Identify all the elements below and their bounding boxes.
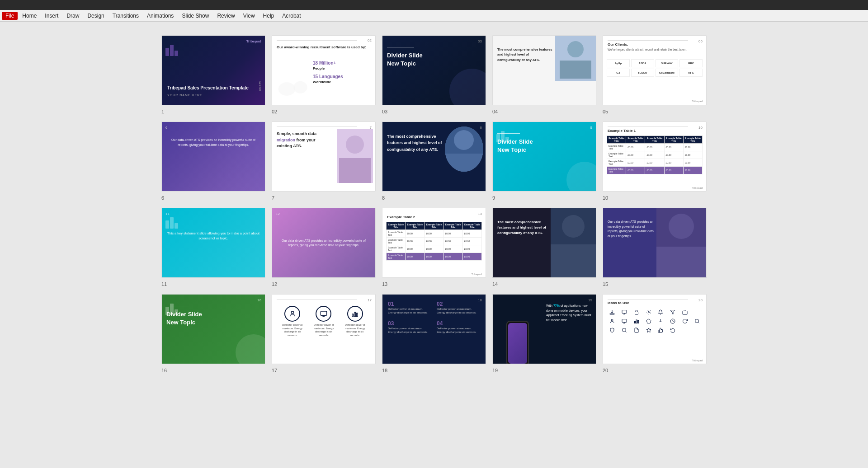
slide-13-title: Example Table 2 — [387, 215, 415, 219]
svg-rect-4 — [560, 61, 591, 79]
feature-2: 02 Deflector power at maximum. Energy di… — [435, 299, 482, 317]
slide-6-overlay — [211, 122, 265, 191]
svg-point-17 — [291, 311, 293, 314]
svg-rect-18 — [321, 311, 326, 315]
slide-17[interactable]: 17 Deflector power at maximum. Energy di… — [272, 294, 376, 364]
icon-diamond — [643, 317, 654, 325]
slide-2-stat2-label: Worldwide — [313, 80, 331, 84]
menu-insert[interactable]: Insert — [41, 12, 62, 20]
svg-point-43 — [623, 328, 626, 332]
svg-point-9 — [454, 130, 474, 150]
slide-2[interactable]: 02 Our award-winning recruitment softwar… — [272, 35, 376, 105]
slide-17-num: 17 — [272, 368, 277, 373]
slide-13[interactable]: 13 Example Table 2 Example Table Title E… — [382, 208, 486, 278]
menu-file[interactable]: File — [2, 12, 18, 20]
svg-marker-39 — [646, 319, 651, 323]
svg-point-3 — [567, 41, 584, 57]
icon-empty-1 — [691, 308, 703, 316]
logo-bbc: BBC — [679, 59, 703, 67]
icon-search-2 — [619, 326, 630, 334]
slide-9-num: 9 — [492, 195, 495, 201]
slide-8-num: 8 — [382, 195, 385, 201]
slide-16-num-badge: 16 — [257, 298, 261, 302]
slide-18[interactable]: 18 01 Deflector power at maximum. Energy… — [382, 294, 486, 364]
menu-draw[interactable]: Draw — [63, 12, 83, 20]
slide-19-phone — [506, 321, 529, 364]
icon-person — [607, 317, 618, 325]
menu-design[interactable]: Design — [84, 12, 108, 20]
slide-1-brand: Tribepad — [246, 39, 261, 43]
slide-11[interactable]: 11 This a key statement slide allowing y… — [161, 208, 265, 278]
svg-point-15 — [669, 214, 694, 239]
slide-3[interactable]: 03 Divider Slide New Topic — [382, 35, 486, 105]
icon-briefcase — [679, 308, 691, 316]
svg-marker-45 — [646, 328, 651, 332]
logo-ayup: AyUp — [607, 59, 630, 67]
slide-16[interactable]: 16 Divider Slide New Topic — [161, 294, 265, 364]
slide-20[interactable]: 20 Icons to Use — [603, 294, 707, 364]
feature-1-text: Deflector power at maximum. Energy disch… — [388, 307, 431, 315]
slide-8-circle — [445, 126, 483, 172]
slide-wrapper-11: 11 This a key statement slide allowing y… — [161, 208, 265, 279]
slide-wrapper-6: 6 Our data-driven ATS provides an incred… — [161, 122, 265, 192]
svg-rect-23 — [357, 313, 358, 317]
menu-slideshow[interactable]: Slide Show — [178, 12, 212, 20]
slide-19[interactable]: 19 With 77% of applications now done on … — [492, 294, 596, 364]
logo-subway: SUBWAY — [656, 59, 679, 67]
slide-8[interactable]: 8 The most comprehensive features and hi… — [382, 122, 486, 192]
icon-clock — [667, 317, 679, 325]
slide-10[interactable]: 10 Example Table 1 Example Table Title E… — [603, 122, 707, 192]
svg-rect-25 — [622, 310, 627, 314]
slide-4[interactable]: 04 The most comprehensive features and h… — [492, 35, 596, 105]
slide-7-photo — [337, 129, 373, 183]
menu-acrobat[interactable]: Acrobat — [278, 12, 304, 20]
slide-11-num-badge: 11 — [165, 212, 170, 216]
slides-grid: Tribepad Tribepad Sales Presentation Tem… — [157, 31, 711, 378]
slide-14[interactable]: 14 The most comprehensive features and h… — [492, 208, 596, 278]
slide-wrapper-4: 04 The most comprehensive features and h… — [492, 35, 596, 106]
slide-6[interactable]: 6 Our data-driven ATS provides an incred… — [161, 122, 265, 192]
slide-10-title: Example Table 1 — [608, 129, 636, 133]
slide-1-title: Tribepad Sales Presentation Template — [167, 85, 249, 91]
svg-point-0 — [278, 82, 296, 96]
slide-9[interactable]: 9 Divider Slide New Topic — [492, 122, 596, 192]
menu-help[interactable]: Help — [259, 12, 278, 20]
slide-19-text: With 77% of applications now done on mob… — [546, 304, 591, 323]
slide-12[interactable]: 12 Our data-driven ATS provides an incre… — [272, 208, 376, 278]
svg-rect-38 — [637, 321, 638, 323]
slide-12-text: Our data-driven ATS provides an incredib… — [277, 238, 371, 248]
slide-wrapper-14: 14 The most comprehensive features and h… — [492, 208, 596, 279]
menu-transitions[interactable]: Transitions — [109, 12, 142, 20]
slide-7[interactable]: 7 Simple, smooth data migration from you… — [272, 122, 376, 192]
feature-3-num: 03 — [388, 320, 431, 327]
svg-marker-30 — [670, 310, 675, 314]
slide-14-text: The most comprehensive features and high… — [497, 220, 548, 236]
svg-rect-28 — [635, 312, 638, 315]
icon-search — [691, 317, 703, 325]
slide-5-num-badge: 05 — [698, 39, 703, 43]
slide-13-line — [387, 213, 467, 213]
title-bar — [0, 0, 868, 10]
feature-2-num: 02 — [437, 301, 480, 307]
menu-animations[interactable]: Animations — [143, 12, 177, 20]
slide-17-icons: Deflector power at maximum. Energy disch… — [277, 306, 371, 337]
slide-10-num: 10 — [603, 195, 608, 201]
slide-17-num-badge: 17 — [368, 298, 372, 302]
slide-5[interactable]: 05 Our Clients. We've helped clients att… — [603, 35, 707, 105]
slide-15[interactable]: 15 Our data-driven ATS provides an incre… — [603, 208, 707, 278]
slide-10-brand: Tribepad — [692, 187, 703, 189]
slide-11-num: 11 — [161, 281, 167, 287]
slide-5-num: 05 — [603, 109, 608, 114]
svg-rect-31 — [683, 311, 687, 315]
slide-14-photo — [551, 208, 596, 277]
icon-thumbsup — [655, 326, 666, 334]
slide-1-date: Jul 2020 — [259, 81, 261, 91]
icon-text-2: Deflector power at maximum. Energy disch… — [311, 323, 336, 337]
menu-view[interactable]: View — [240, 12, 259, 20]
slide-1[interactable]: Tribepad Tribepad Sales Presentation Tem… — [161, 35, 265, 105]
menu-home[interactable]: Home — [19, 12, 40, 20]
slide-2-text: Our award-winning recruitment software i… — [277, 45, 366, 50]
menu-review[interactable]: Review — [213, 12, 238, 20]
slide-4-num: 04 — [492, 109, 498, 114]
icon-refresh — [679, 317, 691, 325]
